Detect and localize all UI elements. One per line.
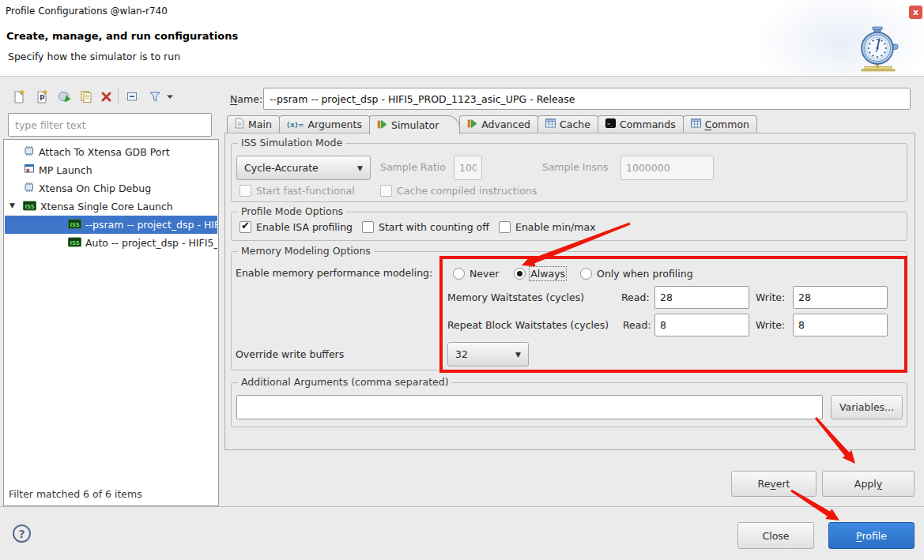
debug-port-icon	[23, 181, 35, 196]
debug-port-icon	[23, 145, 35, 160]
additional-arguments-input[interactable]	[236, 395, 823, 419]
filter-match-status: Filter matched 6 of 6 items	[9, 488, 142, 500]
memory-waitstates-label: Memory Waitstates (cycles)	[447, 291, 584, 303]
memory-modeling-options-legend: Memory Modeling Options	[238, 245, 374, 257]
memory-modeling-options-group: Memory Modeling Options Enable memory pe…	[231, 251, 907, 370]
tab-common[interactable]: Common	[683, 115, 757, 133]
sample-ratio-input	[454, 156, 482, 180]
arguments-icon: (x)=	[287, 121, 304, 129]
checkbox-checked-icon	[239, 221, 251, 233]
iss-icon: ISS	[68, 219, 81, 231]
help-button[interactable]: ?	[13, 524, 31, 543]
tab-simulator[interactable]: Simulator	[369, 115, 460, 134]
profile-button[interactable]: Profile	[828, 522, 915, 549]
toolbar-separator	[118, 88, 119, 103]
config-tabs: Main (x)= Arguments Simulator Advanced C…	[227, 115, 756, 133]
checkbox-icon	[239, 185, 251, 197]
name-label: Name:	[230, 93, 262, 105]
tree-item-mp-launch[interactable]: MP Launch	[5, 161, 217, 179]
memory-write-waitstates-input[interactable]	[793, 286, 888, 309]
iss-simulation-mode-group: ISS Simulation Mode Cycle-Accurate▼ Samp…	[231, 143, 907, 202]
view-menu-icon[interactable]	[164, 88, 175, 105]
chevron-down-icon: ▼	[357, 164, 363, 172]
launch-config-sidebar: P Attach To Xtensa GDB Port MP Launch Xt…	[3, 82, 219, 506]
enable-min-max-checkbox[interactable]: Enable min/max	[499, 220, 596, 234]
repeat-write-label: Write:	[756, 319, 785, 331]
page-title: Create, manage, and run configurations	[6, 30, 238, 42]
new-launch-configuration-icon[interactable]	[10, 88, 28, 105]
checkbox-icon	[362, 221, 374, 233]
tree-item-attach-gdb[interactable]: Attach To Xtensa GDB Port	[5, 143, 217, 161]
collapse-all-icon[interactable]	[123, 88, 141, 105]
iss-icon: ISS	[23, 201, 36, 213]
footer-divider	[0, 506, 924, 507]
tab-advanced[interactable]: Advanced	[459, 115, 538, 133]
svg-text:ISS: ISS	[70, 239, 80, 246]
new-launch-prototype-icon[interactable]: P	[33, 88, 51, 105]
always-radio[interactable]	[514, 268, 526, 280]
svg-text:>_: >_	[607, 121, 613, 127]
table-icon	[545, 118, 556, 130]
memory-write-label: Write:	[756, 291, 785, 303]
tree-item-on-chip-debug[interactable]: Xtensa On Chip Debug	[5, 179, 217, 197]
tree-item-auto-config[interactable]: ISS Auto -- project_dsp - HIFI5_PROD	[5, 234, 217, 252]
tab-main[interactable]: Main	[227, 115, 280, 133]
table-icon	[691, 118, 701, 130]
tree-item-psram-config[interactable]: ISS --psram -- project_dsp - HIFI5_P	[5, 216, 217, 234]
repeat-write-waitstates-input[interactable]	[793, 314, 888, 336]
repeat-block-waitstates-label: Repeat Block Waitstates (cycles)	[447, 319, 609, 331]
page-subtitle: Specify how the simulator is to run	[8, 51, 180, 62]
profile-mode-options-group: Profile Mode Options Enable ISA profilin…	[231, 212, 907, 241]
cache-compiled-instructions-checkbox: Cache compiled instructions	[380, 183, 537, 197]
memory-modeling-radio-group: Never Always Only when profiling	[453, 266, 693, 280]
override-write-buffers-label: Override write buffers	[236, 348, 344, 360]
export-launch-configurations-icon[interactable]	[55, 88, 73, 105]
enable-memory-performance-label: Enable memory performance modeling:	[236, 267, 432, 279]
enable-isa-profiling-checkbox[interactable]: Enable ISA profiling	[239, 220, 353, 234]
filter-input[interactable]	[8, 113, 212, 137]
stopwatch-icon	[855, 26, 899, 74]
only-when-profiling-radio[interactable]	[580, 268, 592, 280]
run-icon	[377, 119, 387, 132]
mp-launch-icon	[23, 163, 35, 178]
window-close-button[interactable]: x	[909, 6, 922, 19]
start-with-counting-off-checkbox[interactable]: Start with counting off	[362, 220, 489, 234]
override-write-buffers-select[interactable]: 32▼	[447, 342, 529, 366]
tab-arguments[interactable]: (x)= Arguments	[279, 115, 370, 133]
memory-read-waitstates-input[interactable]	[654, 286, 749, 309]
window-title: Profile Configurations @wlan-r740	[6, 6, 168, 17]
name-input[interactable]	[263, 88, 911, 110]
svg-text:ISS: ISS	[70, 221, 80, 227]
repeat-read-label: Read:	[623, 319, 651, 331]
expander-icon[interactable]: ▼	[9, 201, 15, 209]
sample-insns-input	[620, 156, 714, 180]
filter-launch-configurations-icon[interactable]	[146, 88, 164, 105]
simulation-mode-select[interactable]: Cycle-Accurate▼	[236, 156, 371, 180]
additional-arguments-group: Additional Arguments (comma separated) V…	[231, 382, 907, 427]
launch-config-tree: Attach To Xtensa GDB Port MP Launch Xten…	[3, 139, 219, 506]
sample-ratio-label: Sample Ratio	[380, 161, 446, 173]
svg-text:ISS: ISS	[25, 203, 35, 209]
apply-button[interactable]: Apply	[822, 471, 915, 497]
delete-launch-configuration-icon[interactable]	[97, 88, 115, 105]
revert-button[interactable]: Revert	[731, 471, 817, 497]
additional-arguments-legend: Additional Arguments (comma separated)	[238, 376, 452, 388]
memory-read-label: Read:	[621, 291, 650, 303]
profile-mode-options-legend: Profile Mode Options	[238, 205, 346, 217]
iss-simulation-mode-legend: ISS Simulation Mode	[238, 137, 345, 148]
svg-text:P: P	[40, 94, 45, 102]
checkbox-icon	[499, 221, 511, 233]
duplicate-launch-configuration-icon[interactable]	[77, 88, 95, 105]
tab-commands[interactable]: >_ Commands	[598, 115, 684, 133]
chevron-down-icon: ▼	[515, 351, 521, 359]
never-radio[interactable]	[453, 268, 465, 280]
tree-item-single-core-launch[interactable]: ▼ ISS Xtensa Single Core Launch	[5, 197, 217, 216]
tab-cache[interactable]: Cache	[537, 115, 598, 133]
sample-insns-label: Sample Insns	[542, 161, 608, 173]
page-icon	[235, 118, 244, 131]
console-icon: >_	[605, 118, 616, 130]
repeat-read-waitstates-input[interactable]	[654, 314, 749, 336]
iss-icon: ISS	[68, 237, 81, 250]
close-button[interactable]: Close	[737, 522, 814, 549]
variables-button[interactable]: Variables...	[831, 395, 903, 419]
